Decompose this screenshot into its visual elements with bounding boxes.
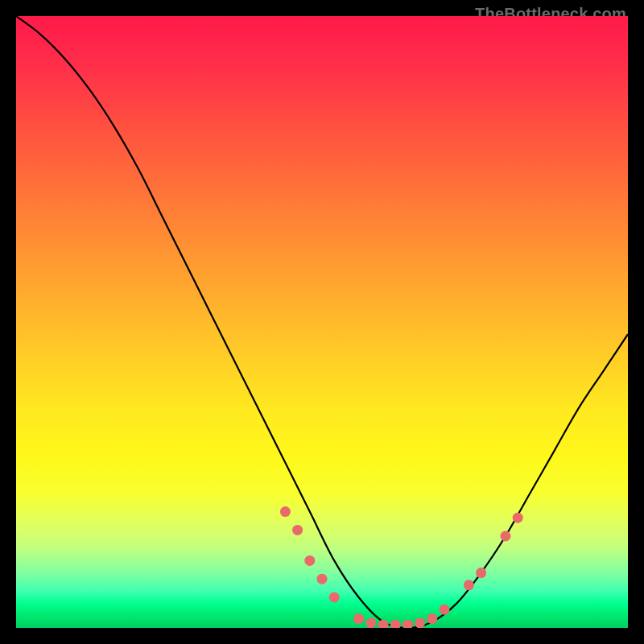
data-marker: [378, 620, 389, 628]
data-marker: [329, 592, 340, 603]
data-marker: [427, 613, 437, 624]
data-marker: [280, 506, 291, 517]
data-marker: [390, 620, 401, 628]
curve-svg: [16, 16, 628, 628]
data-marker: [415, 617, 425, 628]
bottleneck-curve: [16, 16, 628, 628]
data-marker: [440, 605, 450, 615]
data-marker: [513, 513, 523, 523]
data-marker: [476, 568, 486, 578]
data-marker: [317, 574, 328, 584]
data-marker: [365, 617, 376, 628]
data-marker: [464, 580, 474, 590]
data-marker: [304, 555, 315, 566]
plot-area: [16, 16, 628, 628]
curve-path-group: [16, 16, 628, 628]
chart-container: TheBottleneck.com: [0, 0, 644, 644]
data-marker: [292, 525, 303, 535]
data-marker: [402, 620, 413, 628]
data-marker: [501, 531, 511, 542]
data-marker: [353, 613, 364, 624]
